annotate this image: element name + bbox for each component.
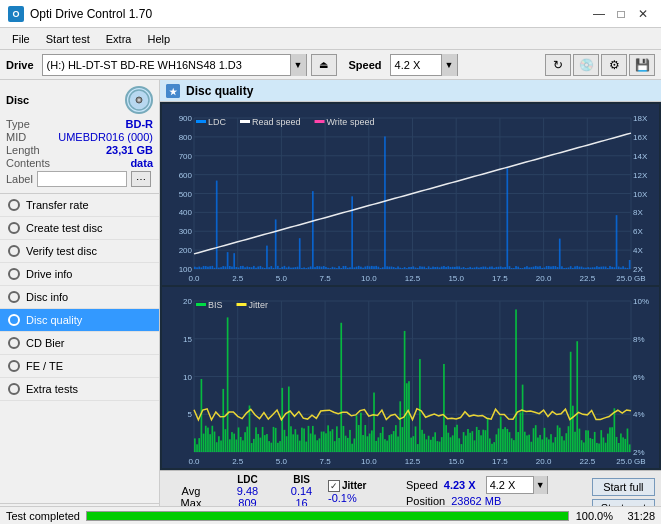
bottom-chart	[162, 287, 659, 468]
sidebar-item-transfer-rate[interactable]: Transfer rate	[0, 194, 159, 217]
disc-button[interactable]: 💿	[573, 54, 599, 76]
sidebar-item-disc-info[interactable]: Disc info	[0, 286, 159, 309]
disc-label-label: Label	[6, 173, 33, 185]
toolbar-icons: ↻ 💿 ⚙ 💾	[545, 54, 655, 76]
ldc-avg: 9.48	[237, 485, 258, 497]
disc-contents-label: Contents	[6, 157, 50, 169]
start-full-button[interactable]: Start full	[592, 478, 655, 496]
jitter-checkbox[interactable]: ✓	[328, 480, 340, 492]
nav-icon-extra-tests	[8, 383, 20, 395]
menu-extra[interactable]: Extra	[98, 31, 140, 47]
nav-label-cd-bier: CD Bier	[26, 337, 65, 349]
disc-length-label: Length	[6, 144, 40, 156]
bis-avg: 0.14	[291, 485, 312, 497]
title-bar-left: O Opti Drive Control 1.70	[8, 6, 152, 22]
progress-fill	[87, 512, 568, 520]
speed-select[interactable]: 4.2 X	[391, 59, 441, 71]
minimize-button[interactable]: —	[589, 5, 609, 23]
disc-mid-label: MID	[6, 131, 26, 143]
chart-header: ★ Disc quality	[160, 80, 661, 102]
speed-label: Speed	[349, 59, 382, 71]
progress-time: 31:28	[619, 510, 655, 522]
nav-label-transfer-rate: Transfer rate	[26, 199, 89, 211]
nav-icon-drive-info	[8, 268, 20, 280]
maximize-button[interactable]: □	[611, 5, 631, 23]
speed-stat-dropdown-arrow[interactable]: ▼	[533, 476, 547, 494]
nav-icon-fe-te	[8, 360, 20, 372]
menu-help[interactable]: Help	[139, 31, 178, 47]
disc-length-value: 23,31 GB	[106, 144, 153, 156]
nav-label-disc-info: Disc info	[26, 291, 68, 303]
sidebar: Disc Type BD-R MID UMEBDR016 (000) Leng	[0, 80, 160, 524]
settings-button[interactable]: ⚙	[601, 54, 627, 76]
nav-icon-disc-info	[8, 291, 20, 303]
speed-stat-select[interactable]: 4.2 X ▼	[486, 476, 548, 494]
disc-type-label: Type	[6, 118, 30, 130]
main-content: Disc Type BD-R MID UMEBDR016 (000) Leng	[0, 80, 661, 524]
status-text: Test completed	[6, 510, 80, 522]
drive-select[interactable]: (H:) HL-DT-ST BD-RE WH16NS48 1.D3	[43, 59, 290, 71]
title-bar: O Opti Drive Control 1.70 — □ ✕	[0, 0, 661, 28]
menu-file[interactable]: File	[4, 31, 38, 47]
drive-dropdown-arrow[interactable]: ▼	[290, 54, 306, 76]
save-button[interactable]: 💾	[629, 54, 655, 76]
ldc-col-header: LDC	[237, 474, 258, 485]
disc-contents-value: data	[130, 157, 153, 169]
disc-label-input[interactable]	[37, 171, 127, 187]
menu-start-test[interactable]: Start test	[38, 31, 98, 47]
app-icon: O	[8, 6, 24, 22]
bis-col-header: BIS	[293, 474, 310, 485]
charts-container	[160, 102, 661, 470]
jitter-col-header: Jitter	[342, 480, 366, 491]
svg-point-2	[138, 99, 141, 102]
menu-bar: File Start test Extra Help	[0, 28, 661, 50]
speed-dropdown-arrow[interactable]: ▼	[441, 54, 457, 76]
nav-icon-create-test-disc	[8, 222, 20, 234]
position-value: 23862 MB	[451, 495, 501, 507]
top-chart	[162, 104, 659, 285]
progress-track	[86, 511, 569, 521]
disc-panel: Disc Type BD-R MID UMEBDR016 (000) Leng	[0, 80, 159, 194]
chart-title: Disc quality	[186, 84, 253, 98]
chart-area: ★ Disc quality _ Avg Max Total	[160, 80, 661, 524]
sidebar-item-create-test-disc[interactable]: Create test disc	[0, 217, 159, 240]
nav-label-create-test-disc: Create test disc	[26, 222, 102, 234]
nav-label-disc-quality: Disc quality	[26, 314, 82, 326]
chart-icon: ★	[166, 84, 180, 98]
disc-icon	[125, 86, 153, 114]
nav-icon-transfer-rate	[8, 199, 20, 211]
nav-label-drive-info: Drive info	[26, 268, 72, 280]
sidebar-item-cd-bier[interactable]: CD Bier	[0, 332, 159, 355]
close-button[interactable]: ✕	[633, 5, 653, 23]
jitter-avg: -0.1%	[328, 492, 398, 504]
avg-label: Avg	[182, 485, 201, 497]
title-bar-controls: — □ ✕	[589, 5, 653, 23]
nav-icon-cd-bier	[8, 337, 20, 349]
nav-icon-disc-quality	[8, 314, 20, 326]
nav-icon-verify-test-disc	[8, 245, 20, 257]
disc-mid-value: UMEBDR016 (000)	[58, 131, 153, 143]
sidebar-item-disc-quality[interactable]: Disc quality	[0, 309, 159, 332]
nav-label-extra-tests: Extra tests	[26, 383, 78, 395]
sidebar-item-drive-info[interactable]: Drive info	[0, 263, 159, 286]
disc-label-browse-button[interactable]: ⋯	[131, 171, 151, 187]
app-title: Opti Drive Control 1.70	[30, 7, 152, 21]
nav-label-verify-test-disc: Verify test disc	[26, 245, 97, 257]
refresh-button[interactable]: ↻	[545, 54, 571, 76]
drive-label: Drive	[6, 59, 34, 71]
disc-panel-title: Disc	[6, 94, 29, 106]
sidebar-item-verify-test-disc[interactable]: Verify test disc	[0, 240, 159, 263]
sidebar-item-fe-te[interactable]: FE / TE	[0, 355, 159, 378]
speed-stat-label: Speed	[406, 479, 438, 491]
eject-button[interactable]: ⏏	[311, 54, 337, 76]
speed-stat-select-value: 4.2 X	[487, 479, 533, 491]
progress-bar-container: Test completed 100.0% 31:28	[0, 506, 661, 524]
position-label: Position	[406, 495, 445, 507]
svg-text:★: ★	[169, 87, 178, 97]
nav-label-fe-te: FE / TE	[26, 360, 63, 372]
disc-type-value: BD-R	[126, 118, 154, 130]
speed-stat-value: 4.23 X	[444, 479, 476, 491]
sidebar-item-extra-tests[interactable]: Extra tests	[0, 378, 159, 401]
progress-percent: 100.0%	[575, 510, 613, 522]
drive-toolbar: Drive (H:) HL-DT-ST BD-RE WH16NS48 1.D3 …	[0, 50, 661, 80]
